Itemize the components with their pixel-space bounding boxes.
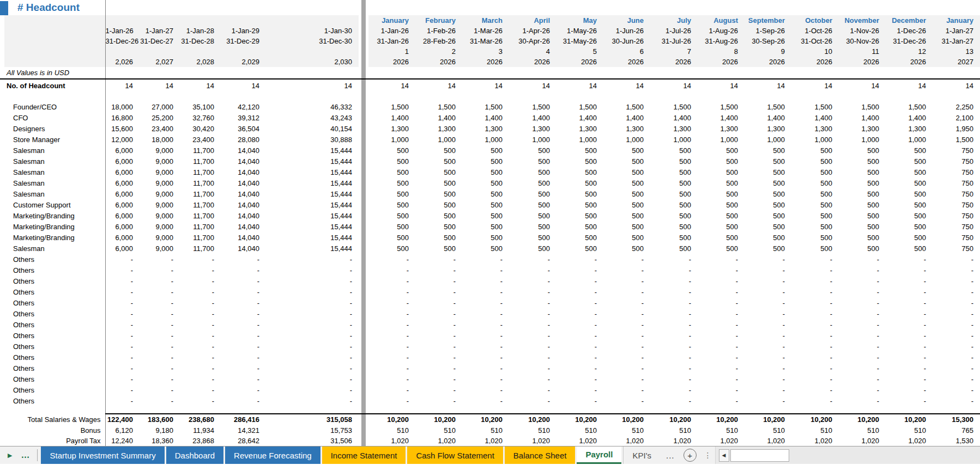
- cell[interactable]: -: [698, 265, 745, 276]
- cell[interactable]: -: [886, 341, 933, 352]
- cell[interactable]: -: [698, 297, 745, 308]
- cell[interactable]: -: [791, 330, 839, 341]
- cell[interactable]: 2,026: [105, 57, 140, 67]
- cell[interactable]: -: [603, 352, 650, 363]
- cell[interactable]: -: [509, 395, 556, 406]
- cell[interactable]: -: [462, 330, 509, 341]
- cell[interactable]: 500: [556, 156, 603, 167]
- cell[interactable]: 500: [650, 188, 698, 199]
- month-header[interactable]: June: [603, 15, 650, 26]
- cell[interactable]: [105, 46, 140, 57]
- cell[interactable]: -: [462, 319, 509, 330]
- cell[interactable]: [415, 91, 462, 101]
- cell[interactable]: -: [415, 265, 462, 276]
- cell[interactable]: -: [368, 265, 415, 276]
- row-label-others[interactable]: Others: [0, 297, 105, 308]
- cell[interactable]: [368, 91, 415, 101]
- cell[interactable]: -: [509, 265, 556, 276]
- cell[interactable]: 1,500: [509, 101, 556, 112]
- cell[interactable]: 1,000: [368, 134, 415, 145]
- cell[interactable]: -: [462, 297, 509, 308]
- cell[interactable]: -: [698, 254, 745, 265]
- cell[interactable]: -: [462, 374, 509, 384]
- cell[interactable]: [509, 67, 556, 79]
- cell[interactable]: [221, 91, 266, 101]
- cell[interactable]: -: [839, 384, 886, 395]
- cell[interactable]: 14: [745, 79, 791, 91]
- cell[interactable]: 15,444: [266, 232, 359, 243]
- cell[interactable]: 500: [745, 243, 791, 254]
- cell[interactable]: 31-May-26: [556, 36, 603, 46]
- cell[interactable]: 500: [650, 167, 698, 178]
- cell[interactable]: -: [933, 265, 980, 276]
- cell[interactable]: -: [791, 341, 839, 352]
- cell[interactable]: [933, 67, 980, 79]
- cell[interactable]: -: [221, 265, 266, 276]
- cell[interactable]: -: [509, 384, 556, 395]
- cell[interactable]: 500: [650, 232, 698, 243]
- cell[interactable]: -: [791, 308, 839, 319]
- cell[interactable]: -: [221, 330, 266, 341]
- cell[interactable]: 1,500: [650, 101, 698, 112]
- cell[interactable]: 500: [509, 145, 556, 156]
- cell[interactable]: [650, 0, 698, 15]
- cell[interactable]: -: [415, 374, 462, 384]
- cell[interactable]: -: [698, 308, 745, 319]
- cell[interactable]: 2: [415, 46, 462, 57]
- cell[interactable]: [462, 91, 509, 101]
- cell[interactable]: 1,020: [603, 436, 650, 446]
- cell[interactable]: [698, 406, 745, 414]
- cell[interactable]: -: [886, 330, 933, 341]
- cell[interactable]: 500: [603, 178, 650, 188]
- cell[interactable]: 500: [556, 167, 603, 178]
- cell[interactable]: 9,000: [140, 243, 180, 254]
- cell[interactable]: 15,444: [266, 221, 359, 232]
- cell[interactable]: -: [105, 363, 140, 374]
- month-header[interactable]: January: [933, 15, 980, 26]
- cell[interactable]: -: [180, 341, 221, 352]
- cell[interactable]: 750: [933, 221, 980, 232]
- cell[interactable]: 500: [603, 232, 650, 243]
- cell[interactable]: 750: [933, 243, 980, 254]
- cell[interactable]: 1,400: [509, 112, 556, 123]
- cell[interactable]: -: [556, 286, 603, 297]
- cell[interactable]: -: [603, 254, 650, 265]
- cell[interactable]: 15,444: [266, 243, 359, 254]
- cell[interactable]: 15,444: [266, 199, 359, 210]
- cell[interactable]: -: [791, 319, 839, 330]
- cell[interactable]: 1,400: [698, 112, 745, 123]
- cell[interactable]: 1,000: [839, 134, 886, 145]
- cell[interactable]: 1,000: [745, 134, 791, 145]
- cell[interactable]: [745, 406, 791, 414]
- cell[interactable]: 500: [839, 178, 886, 188]
- cell[interactable]: -: [886, 308, 933, 319]
- tab-income-statement[interactable]: Income Statement: [322, 446, 406, 464]
- cell[interactable]: 11: [839, 46, 886, 57]
- cell[interactable]: -: [105, 384, 140, 395]
- cell[interactable]: 10: [791, 46, 839, 57]
- cell[interactable]: -: [140, 374, 180, 384]
- cell[interactable]: -: [368, 384, 415, 395]
- row-label-salesman[interactable]: Salesman: [0, 156, 105, 167]
- cell[interactable]: -: [603, 308, 650, 319]
- cell[interactable]: 18,000: [140, 134, 180, 145]
- cell[interactable]: 500: [698, 210, 745, 221]
- cell[interactable]: [140, 46, 180, 57]
- cell[interactable]: -: [105, 297, 140, 308]
- cell[interactable]: -: [745, 352, 791, 363]
- cell[interactable]: 11,700: [180, 210, 221, 221]
- cell[interactable]: [886, 91, 933, 101]
- cell[interactable]: 13: [933, 46, 980, 57]
- cell[interactable]: 2026: [745, 57, 791, 67]
- cell[interactable]: 500: [415, 145, 462, 156]
- cell[interactable]: [698, 0, 745, 15]
- cell[interactable]: 2026: [368, 57, 415, 67]
- cell[interactable]: 500: [698, 145, 745, 156]
- cell[interactable]: 31-Mar-26: [462, 36, 509, 46]
- cell[interactable]: -: [415, 352, 462, 363]
- cell[interactable]: -: [180, 374, 221, 384]
- cell[interactable]: -: [180, 330, 221, 341]
- cell[interactable]: -: [556, 330, 603, 341]
- cell[interactable]: -: [886, 319, 933, 330]
- cell[interactable]: 6,000: [105, 243, 140, 254]
